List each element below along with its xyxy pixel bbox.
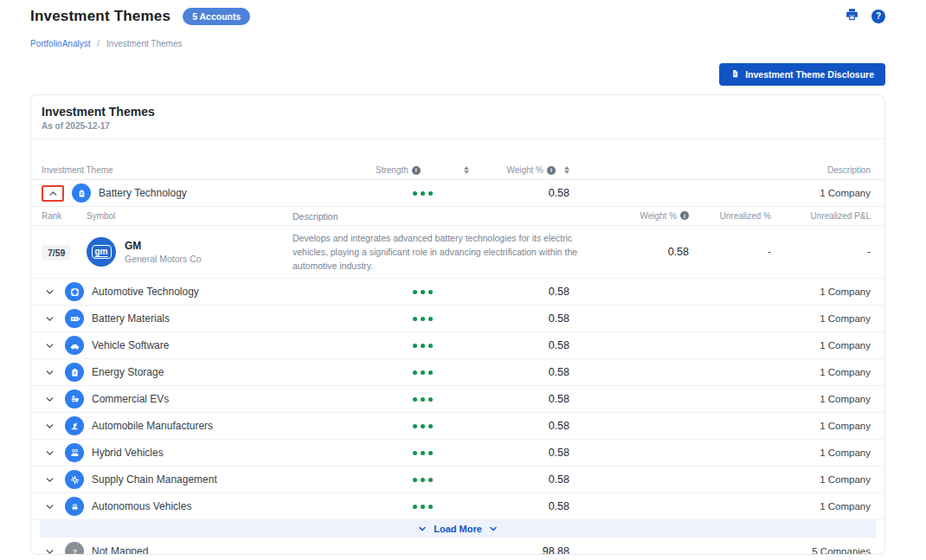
theme-weight: 0.58 bbox=[474, 187, 569, 199]
theme-company-count: 1 Company bbox=[569, 188, 871, 198]
expand-chevron-icon[interactable] bbox=[42, 546, 57, 556]
theme-company-count: 5 Companies bbox=[569, 546, 871, 555]
expand-chevron-icon[interactable] bbox=[42, 474, 57, 486]
chevron-down-icon bbox=[488, 524, 498, 534]
autonomous-vehicles-icon bbox=[65, 497, 84, 516]
theme-name: Hybrid Vehicles bbox=[92, 447, 164, 459]
theme-weight: 0.58 bbox=[474, 447, 569, 459]
holding-description: Develops and integrates advanced battery… bbox=[293, 231, 607, 273]
strength-info-icon[interactable]: i bbox=[412, 166, 421, 175]
theme-weight: 0.58 bbox=[474, 312, 569, 325]
commercial-evs-icon bbox=[65, 389, 84, 409]
card-title: Investment Themes bbox=[42, 105, 872, 119]
load-more-button[interactable]: Load More bbox=[40, 520, 876, 537]
theme-company-count: 1 Company bbox=[569, 447, 871, 458]
column-unrealized-pct: Unrealized % bbox=[689, 211, 771, 221]
column-description: Description bbox=[569, 165, 871, 175]
theme-name: Supply Chain Management bbox=[92, 473, 217, 486]
column-investment-theme: Investment Theme bbox=[42, 165, 370, 175]
table-header: Investment Theme Strength i Weight % i D… bbox=[31, 161, 884, 180]
expand-chevron-icon[interactable] bbox=[42, 340, 57, 351]
theme-name: Automobile Manufacturers bbox=[92, 420, 213, 432]
holding-symbol[interactable]: GM bbox=[125, 240, 202, 252]
as-of-date: As of 2025-12-17 bbox=[42, 121, 872, 131]
page-title: Investment Themes bbox=[30, 8, 170, 25]
theme-weight: 0.58 bbox=[474, 473, 569, 486]
theme-weight: 0.58 bbox=[474, 420, 569, 432]
theme-weight: 0.58 bbox=[474, 366, 569, 378]
expand-chevron-icon[interactable] bbox=[42, 447, 57, 459]
theme-company-count: 1 Company bbox=[569, 394, 871, 404]
theme-company-count: 1 Company bbox=[569, 421, 871, 431]
investment-theme-disclosure-button[interactable]: Investment Theme Disclosure bbox=[719, 63, 885, 86]
hybrid-vehicles-icon bbox=[65, 443, 84, 462]
theme-name: Battery Materials bbox=[92, 312, 170, 325]
expand-chevron-icon[interactable] bbox=[42, 313, 57, 325]
theme-name: Automotive Technology bbox=[92, 286, 199, 298]
theme-company-count: 1 Company bbox=[569, 340, 871, 351]
battery-technology-icon bbox=[72, 183, 91, 203]
question-icon bbox=[65, 542, 84, 555]
supply-chain-management-icon bbox=[65, 470, 84, 489]
weight-info-icon[interactable]: i bbox=[547, 166, 556, 175]
holding-weight: 0.58 bbox=[607, 246, 689, 258]
breadcrumb-portfolioanalyst-link[interactable]: PortfolioAnalyst bbox=[30, 39, 90, 48]
investment-themes-page: Investment Themes 5 Accounts ? Portfolio… bbox=[0, 0, 926, 560]
holding-unrealized-pct: - bbox=[689, 246, 771, 258]
investment-themes-card: Investment Themes As of 2025-12-17 Inves… bbox=[30, 94, 885, 555]
vehicle-software-icon bbox=[65, 336, 84, 355]
strength-dots bbox=[370, 290, 474, 294]
energy-storage-icon bbox=[65, 363, 84, 382]
breadcrumb: PortfolioAnalyst / Investment Themes bbox=[30, 39, 885, 48]
theme-company-count: 1 Company bbox=[569, 367, 871, 377]
column-holding-description: Description bbox=[293, 209, 607, 223]
theme-company-count: 1 Company bbox=[569, 313, 871, 324]
print-icon[interactable] bbox=[845, 7, 859, 25]
table-row: Commercial EVs 0.58 1 Company bbox=[31, 386, 884, 413]
rank-badge: 7/59 bbox=[42, 245, 71, 261]
theme-weight: 98.88 bbox=[474, 545, 569, 555]
table-row: Automobile Manufacturers 0.58 1 Company bbox=[31, 413, 884, 440]
table-row: Automotive Technology 0.58 1 Company bbox=[31, 279, 884, 306]
help-icon[interactable]: ? bbox=[871, 10, 885, 23]
table-row: Autonomous Vehicles 0.58 1 Company bbox=[31, 493, 884, 520]
chevron-down-icon bbox=[417, 524, 428, 534]
strength-dots bbox=[370, 505, 474, 509]
breadcrumb-separator: / bbox=[97, 39, 100, 48]
strength-dots bbox=[370, 397, 474, 402]
expand-chevron-icon[interactable] bbox=[42, 286, 57, 298]
strength-dots bbox=[370, 424, 474, 428]
strength-dots bbox=[370, 344, 474, 348]
table-row: Battery Materials 0.58 1 Company bbox=[31, 306, 884, 332]
column-rank: Rank bbox=[42, 211, 87, 221]
strength-dots bbox=[370, 370, 474, 375]
holding-company-name: General Motors Co bbox=[125, 254, 202, 264]
theme-weight: 0.58 bbox=[474, 339, 569, 351]
expand-chevron-icon[interactable] bbox=[42, 421, 57, 432]
page-header: Investment Themes 5 Accounts ? bbox=[30, 0, 885, 25]
table-row-not-mapped: Not Mapped 98.88 5 Companies bbox=[31, 537, 884, 555]
accounts-badge[interactable]: 5 Accounts bbox=[183, 8, 250, 25]
holding-weight-info-icon[interactable]: i bbox=[680, 211, 689, 220]
document-icon bbox=[730, 68, 740, 80]
expand-chevron-icon[interactable] bbox=[42, 501, 57, 512]
expand-chevron-icon[interactable] bbox=[42, 394, 57, 405]
expand-chevron-icon[interactable] bbox=[42, 367, 57, 378]
strength-sort-icon[interactable] bbox=[464, 166, 469, 174]
theme-weight: 0.58 bbox=[474, 393, 569, 405]
column-strength: Strength i bbox=[370, 165, 474, 175]
holding-unrealized-pnl: - bbox=[771, 246, 871, 258]
column-unrealized-pnl: Unrealized P&L bbox=[771, 211, 871, 221]
holdings-header: Rank Symbol Description Weight % i Unrea… bbox=[31, 207, 884, 226]
collapse-chevron-icon[interactable] bbox=[45, 188, 61, 199]
theme-name: Vehicle Software bbox=[92, 339, 169, 351]
table-row: Supply Chain Management 0.58 1 Company bbox=[31, 467, 884, 493]
theme-company-count: 1 Company bbox=[569, 286, 871, 297]
theme-name: Not Mapped bbox=[92, 545, 148, 555]
table-row: Hybrid Vehicles 0.58 1 Company bbox=[31, 440, 884, 467]
gm-logo: gm bbox=[87, 237, 116, 267]
theme-company-count: 1 Company bbox=[569, 474, 871, 485]
automobile-manufacturers-icon bbox=[65, 416, 84, 435]
strength-dots bbox=[370, 451, 474, 455]
theme-weight: 0.58 bbox=[474, 286, 569, 298]
